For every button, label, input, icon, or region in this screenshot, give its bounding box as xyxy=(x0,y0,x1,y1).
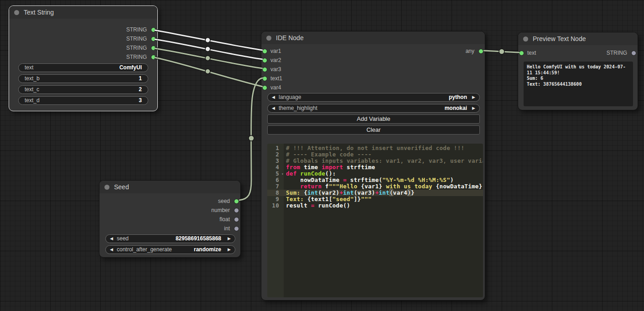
node-ide[interactable]: IDE Node var1 var2 var3 text1 var4 any ◀… xyxy=(261,31,485,301)
output-slot[interactable]: STRING xyxy=(9,25,157,34)
code-editor[interactable]: 1# !!! Attention, do not insert unverifi… xyxy=(267,144,483,297)
add-variable-button[interactable]: Add Variable xyxy=(267,114,480,124)
code-text: return f"""Hello {var1} with us today {n… xyxy=(284,183,483,190)
node-title: Preview Text Node xyxy=(533,32,586,45)
code-text: nowDataTime = strftime("%Y-%m-%d %H:%M:%… xyxy=(284,177,454,183)
code-line[interactable]: 1# !!! Attention, do not insert unverifi… xyxy=(267,145,483,151)
node-titlebar[interactable]: Preview Text Node xyxy=(518,32,638,45)
output-dot-icon[interactable] xyxy=(234,208,239,213)
node-titlebar[interactable]: IDE Node xyxy=(261,31,485,44)
input-slot-var2[interactable]: var2 xyxy=(261,56,485,65)
fold-arrow-icon[interactable]: ▾ xyxy=(281,171,284,177)
node-graph-canvas[interactable]: Text String STRING STRING STRING STRING … xyxy=(0,0,644,311)
combo-theme-highlight[interactable]: ◀ theme_highlight monokai ▶ xyxy=(267,104,480,113)
combo-control-after-generate[interactable]: ◀ control_after_generate randomize ▶ xyxy=(105,245,235,254)
line-number: 4 xyxy=(267,164,284,171)
code-line[interactable]: 3# Globals inputs variables: var1, var2,… xyxy=(267,158,483,164)
link-midpoint-dot[interactable] xyxy=(499,49,504,54)
node-title: Text String xyxy=(24,6,54,19)
combo-language[interactable]: ◀ language python ▶ xyxy=(267,93,480,102)
input-dot-icon[interactable] xyxy=(262,85,267,90)
widget-text-d[interactable]: text_d 3 xyxy=(18,96,148,105)
code-line[interactable]: 4from time import strftime xyxy=(267,164,483,171)
output-dot-icon[interactable] xyxy=(478,49,483,54)
node-preview-text[interactable]: Preview Text Node text STRING Hello Comf… xyxy=(518,32,638,110)
node-titlebar[interactable]: Text String xyxy=(9,6,157,19)
code-text: # ---- Example code ---- xyxy=(284,151,372,158)
link-midpoint-dot[interactable] xyxy=(205,38,210,43)
link-text-string-0-to-ide-var1[interactable] xyxy=(155,30,263,50)
combo-prev-icon[interactable]: ◀ xyxy=(272,104,275,112)
link-midpoint-dot[interactable] xyxy=(205,69,210,74)
output-dot-icon[interactable] xyxy=(631,51,636,56)
input-slot-text1[interactable]: text1 xyxy=(261,74,485,83)
output-dot-icon[interactable] xyxy=(151,46,156,51)
code-text: # !!! Attention, do not insert unverifie… xyxy=(284,145,464,151)
node-seed[interactable]: Seed seed number float int ◀ seed 829586… xyxy=(99,180,241,258)
collapse-dot-icon[interactable] xyxy=(104,185,109,190)
input-slot-var3[interactable]: var3 xyxy=(261,65,485,74)
node-title: Seed xyxy=(114,181,129,193)
collapse-dot-icon[interactable] xyxy=(14,10,19,15)
output-slot-seed[interactable]: seed xyxy=(99,197,240,206)
code-line[interactable]: 7 return f"""Hello {var1} with us today … xyxy=(267,183,483,190)
line-number: 10 xyxy=(267,202,284,209)
code-line[interactable]: 6 nowDataTime = strftime("%Y-%m-%d %H:%M… xyxy=(267,177,483,183)
output-slot-number[interactable]: number xyxy=(99,206,240,215)
combo-prev-icon[interactable]: ◀ xyxy=(110,246,113,254)
input-dot-icon[interactable] xyxy=(262,58,267,63)
output-dot-icon[interactable] xyxy=(234,217,239,222)
code-line[interactable]: 8Sum: {int(var2)+int(var3)+int(var4)} xyxy=(267,190,483,196)
line-number: 2 xyxy=(267,151,284,158)
output-slot-any[interactable]: any xyxy=(261,47,485,56)
link-midpoint-dot[interactable] xyxy=(205,56,210,61)
code-line[interactable]: 2# ---- Example code ---- xyxy=(267,151,483,158)
link-midpoint-dot[interactable] xyxy=(205,47,210,52)
code-line[interactable]: 10result = runCode() xyxy=(267,202,483,209)
input-slot-var4[interactable]: var4 xyxy=(261,83,485,92)
collapse-dot-icon[interactable] xyxy=(523,36,528,41)
output-dot-icon[interactable] xyxy=(234,199,239,204)
output-dot-icon[interactable] xyxy=(234,226,239,231)
combo-next-icon[interactable]: ▶ xyxy=(228,235,231,243)
output-dot-icon[interactable] xyxy=(151,36,156,41)
combo-seed[interactable]: ◀ seed 829586916585868 ▶ xyxy=(105,234,235,243)
code-text: # Globals inputs variables: var1, var2, … xyxy=(284,158,483,164)
node-titlebar[interactable]: Seed xyxy=(99,181,240,193)
combo-next-icon[interactable]: ▶ xyxy=(228,246,231,254)
link-text-string-1-to-ide-var2[interactable] xyxy=(155,39,263,59)
link-ide-any-to-preview-text[interactable] xyxy=(483,51,519,52)
preview-text-output[interactable]: Hello ComfyUI with us today 2024-07-11 1… xyxy=(524,62,633,106)
output-slot[interactable]: STRING xyxy=(9,43,157,52)
link-text-string-2-to-ide-var3[interactable] xyxy=(155,48,263,68)
link-text-string-3-to-ide-var4[interactable] xyxy=(155,57,263,87)
code-line[interactable]: 9Text: {text1["seed"]}""" xyxy=(267,196,483,202)
code-text: Sum: {int(var2)+int(var3)+int(var4)} xyxy=(284,190,415,196)
code-text: Text: {text1["seed"]}""" xyxy=(284,196,372,202)
link-midpoint-dot[interactable] xyxy=(249,135,254,141)
combo-prev-icon[interactable]: ◀ xyxy=(272,93,275,101)
output-slot-float[interactable]: float xyxy=(99,215,240,224)
input-dot-icon[interactable] xyxy=(262,76,267,81)
clear-button[interactable]: Clear xyxy=(267,125,480,135)
output-slot-string[interactable]: STRING xyxy=(518,48,638,57)
combo-next-icon[interactable]: ▶ xyxy=(472,104,475,112)
combo-prev-icon[interactable]: ◀ xyxy=(110,235,113,243)
line-number: 8 xyxy=(267,190,284,196)
widget-text-b[interactable]: text_b 1 xyxy=(18,74,148,83)
output-dot-icon[interactable] xyxy=(151,55,156,60)
output-slot[interactable]: STRING xyxy=(9,52,157,62)
input-dot-icon[interactable] xyxy=(262,67,267,72)
widget-text-c[interactable]: text_c 2 xyxy=(18,85,148,94)
code-line[interactable]: 5▾def runCode(): xyxy=(267,171,483,177)
output-slot-int[interactable]: int xyxy=(99,224,240,233)
node-text-string[interactable]: Text String STRING STRING STRING STRING … xyxy=(9,5,158,111)
output-slot[interactable]: STRING xyxy=(9,34,157,43)
line-number: 6 xyxy=(267,177,284,183)
combo-next-icon[interactable]: ▶ xyxy=(472,93,475,101)
collapse-dot-icon[interactable] xyxy=(266,36,271,41)
output-dot-icon[interactable] xyxy=(151,27,156,32)
widget-text[interactable]: text ComfyUI xyxy=(18,63,148,72)
line-number: 9 xyxy=(267,196,284,202)
link-seed-to-ide-text1[interactable] xyxy=(239,78,263,200)
